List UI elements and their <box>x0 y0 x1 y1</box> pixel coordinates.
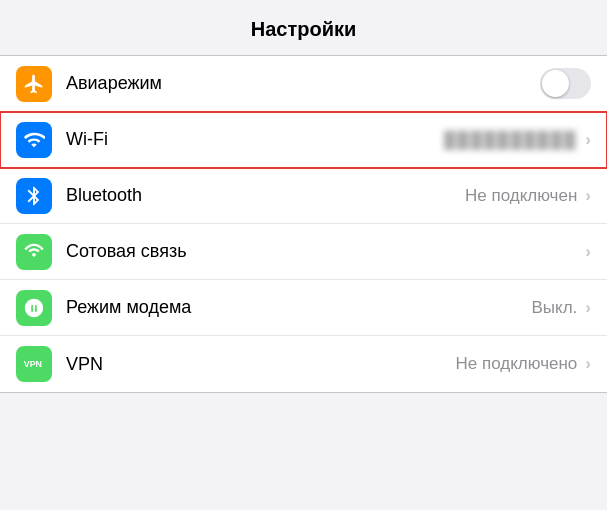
settings-row-vpn[interactable]: VPN VPNНе подключено› <box>0 336 607 392</box>
vpn-chevron: › <box>585 354 591 374</box>
hotspot-icon <box>16 290 52 326</box>
airplane-label: Авиарежим <box>66 73 540 94</box>
vpn-label: VPN <box>66 354 456 375</box>
airplane-toggle-knob <box>542 70 569 97</box>
bluetooth-icon <box>16 178 52 214</box>
hotspot-value: Выкл. <box>531 298 577 318</box>
bluetooth-value: Не подключен <box>465 186 577 206</box>
settings-row-wifi[interactable]: Wi-Fi██████████› <box>0 112 607 168</box>
page-title: Настройки <box>0 0 607 55</box>
svg-text:VPN: VPN <box>24 359 42 369</box>
cellular-chevron: › <box>585 242 591 262</box>
wifi-label: Wi-Fi <box>66 129 444 150</box>
vpn-value: Не подключено <box>456 354 578 374</box>
wifi-value: ██████████ <box>444 131 577 149</box>
wifi-chevron: › <box>585 130 591 150</box>
settings-list: Авиарежим Wi-Fi██████████› BluetoothНе п… <box>0 55 607 393</box>
airplane-toggle[interactable] <box>540 68 591 99</box>
bluetooth-chevron: › <box>585 186 591 206</box>
settings-row-hotspot[interactable]: Режим модемаВыкл.› <box>0 280 607 336</box>
vpn-icon: VPN <box>16 346 52 382</box>
cellular-label: Сотовая связь <box>66 241 583 262</box>
settings-row-cellular[interactable]: Сотовая связь› <box>0 224 607 280</box>
hotspot-chevron: › <box>585 298 591 318</box>
bluetooth-label: Bluetooth <box>66 185 465 206</box>
wifi-icon <box>16 122 52 158</box>
cellular-icon <box>16 234 52 270</box>
hotspot-label: Режим модема <box>66 297 531 318</box>
settings-row-airplane[interactable]: Авиарежим <box>0 56 607 112</box>
airplane-icon <box>16 66 52 102</box>
settings-row-bluetooth[interactable]: BluetoothНе подключен› <box>0 168 607 224</box>
